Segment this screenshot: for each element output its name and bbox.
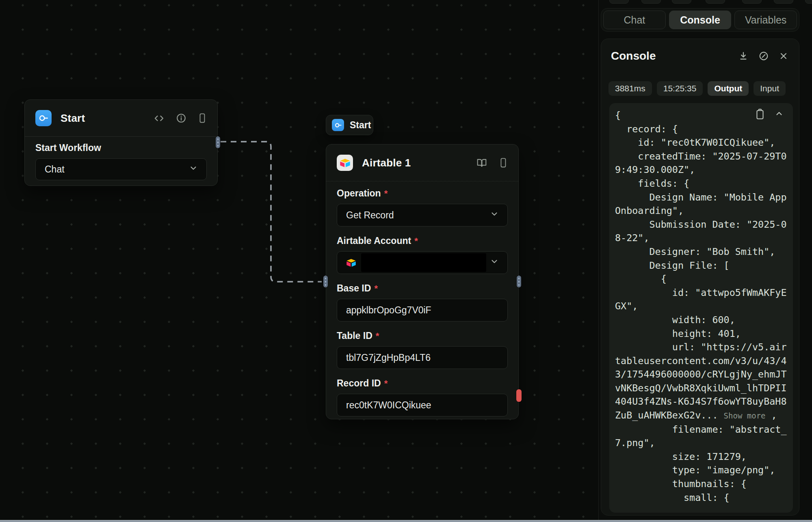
right-panel-region: Chat Console Variables Console xyxy=(598,0,812,522)
airtable-input-handle[interactable] xyxy=(323,276,328,287)
table-id-label: Table ID* xyxy=(337,330,508,341)
toolbar-button-stub[interactable] xyxy=(609,0,629,4)
operation-value: Get Record xyxy=(346,210,394,221)
airtable-output-handle[interactable] xyxy=(517,276,521,287)
airtable-account-select[interactable] xyxy=(337,251,508,274)
table-id-value: tbl7G7jZgHpBp4LT6 xyxy=(346,352,431,363)
tab-variables[interactable]: Variables xyxy=(734,11,797,29)
console-json-output: { record: { id: "rec0tK7W0ICQikuee", cre… xyxy=(609,103,793,505)
redacted-account-name xyxy=(361,253,486,272)
panel-tabbar: Chat Console Variables xyxy=(601,8,799,32)
input-toggle[interactable]: Input xyxy=(754,81,786,96)
phone-icon[interactable] xyxy=(198,113,207,123)
airtable-node[interactable]: Airtable 1 Operation* xyxy=(326,144,519,419)
phone-icon[interactable] xyxy=(499,157,508,168)
record-id-input[interactable]: rec0tK7W0ICQikuee xyxy=(337,394,508,416)
airtable-node-header: Airtable 1 xyxy=(326,145,518,181)
workflow-editor-screen: Start xyxy=(0,0,812,522)
json-text: { record: { id: "rec0tK7W0ICQikuee", cre… xyxy=(615,110,786,421)
start-node[interactable]: Start xyxy=(24,99,218,186)
table-id-input[interactable]: tbl7G7jZgHpBp4LT6 xyxy=(337,346,508,369)
chevron-down-icon xyxy=(188,163,198,175)
toolbar-button-stub[interactable] xyxy=(805,0,812,4)
json-text: , filename: "abstract_ 7.png", size: 171… xyxy=(615,410,786,503)
start-pill-label: Start xyxy=(350,120,371,131)
start-workflow-select[interactable]: Chat xyxy=(35,158,207,180)
airtable-logo-icon xyxy=(337,155,353,171)
start-icon xyxy=(332,119,344,131)
show-more-link[interactable]: Show more xyxy=(724,411,766,420)
base-id-input[interactable]: appklbrOpoGg7V0iF xyxy=(337,299,508,321)
book-open-icon[interactable] xyxy=(476,157,487,168)
console-panel: Console xyxy=(601,39,799,516)
output-toggle[interactable]: Output xyxy=(708,81,749,96)
toolbar-button-stub[interactable] xyxy=(641,0,661,4)
airtable-error-handle[interactable] xyxy=(516,389,522,402)
toolbar-button-stub[interactable] xyxy=(774,0,793,4)
base-id-value: appklbrOpoGg7V0iF xyxy=(346,305,431,316)
operation-label: Operation* xyxy=(337,188,508,199)
chevron-down-icon xyxy=(489,257,499,269)
tab-console[interactable]: Console xyxy=(669,11,732,29)
start-workflow-value: Chat xyxy=(45,164,65,175)
toolbar-button-stub[interactable] xyxy=(672,0,691,4)
base-id-label: Base ID* xyxy=(337,283,508,294)
record-id-value: rec0tK7W0ICQikuee xyxy=(346,400,431,411)
duration-badge: 3881ms xyxy=(608,81,652,96)
timestamp-badge: 15:25:35 xyxy=(657,81,703,96)
start-node-header: Start xyxy=(25,100,217,136)
start-node-title: Start xyxy=(61,112,85,125)
toolbar-button-stub[interactable] xyxy=(706,0,725,4)
start-icon xyxy=(35,110,52,126)
toolbar-button-stub[interactable] xyxy=(742,0,762,4)
airtable-account-label: Airtable Account* xyxy=(337,235,508,246)
screen-bottom-edge xyxy=(0,520,812,522)
code-icon[interactable] xyxy=(154,113,165,124)
copy-icon[interactable] xyxy=(755,109,765,122)
tab-chat[interactable]: Chat xyxy=(603,11,666,29)
console-output-block: { record: { id: "rec0tK7W0ICQikuee", cre… xyxy=(609,103,793,513)
collapse-icon[interactable] xyxy=(774,109,784,122)
info-icon[interactable] xyxy=(176,113,186,123)
airtable-node-title: Airtable 1 xyxy=(362,157,411,169)
console-panel-title: Console xyxy=(611,50,656,63)
start-workflow-label: Start Workflow xyxy=(35,142,207,153)
download-icon[interactable] xyxy=(738,51,749,61)
start-pill-node[interactable]: Start xyxy=(326,115,373,135)
chevron-down-icon xyxy=(489,209,499,221)
operation-select[interactable]: Get Record xyxy=(337,204,508,226)
airtable-logo-icon xyxy=(346,259,356,267)
record-id-label: Record ID* xyxy=(337,378,508,389)
clear-console-icon[interactable] xyxy=(758,51,769,61)
start-output-handle[interactable] xyxy=(216,136,220,148)
close-icon[interactable] xyxy=(779,51,788,61)
